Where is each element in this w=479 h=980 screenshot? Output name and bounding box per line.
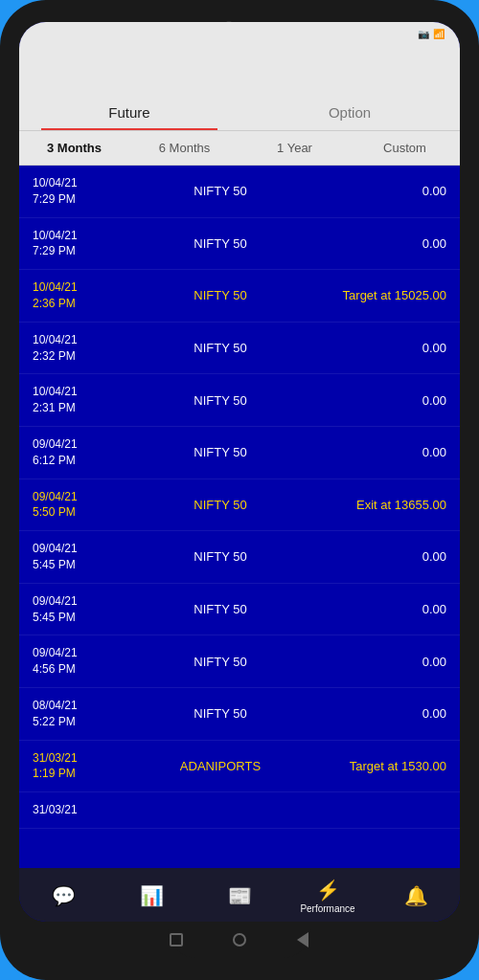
signal-icon: 📶 <box>433 29 445 39</box>
period-3months[interactable]: 3 Months <box>19 131 129 165</box>
cell-symbol: NIFTY 50 <box>119 498 322 512</box>
cell-date: 08/04/215:22 PM <box>33 698 119 730</box>
table-row: 10/04/212:36 PMNIFTY 50Target at 15025.0… <box>19 270 460 323</box>
table-row: 10/04/217:29 PMNIFTY 500.00 <box>19 166 460 218</box>
performance-icon: ⚡ <box>316 879 340 902</box>
cell-value: 0.00 <box>322 341 446 355</box>
table-row: 10/04/212:32 PMNIFTY 500.00 <box>19 323 460 375</box>
cell-value: 0.00 <box>322 602 446 616</box>
chat-icon: 💬 <box>52 884 76 907</box>
cell-date: 09/04/215:45 PM <box>33 593 119 626</box>
cell-date: 10/04/212:31 PM <box>33 384 119 416</box>
cell-symbol: NIFTY 50 <box>119 341 322 355</box>
cell-value: 0.00 <box>322 655 446 669</box>
cell-symbol: NIFTY 50 <box>119 655 322 669</box>
cell-symbol: NIFTY 50 <box>119 549 322 564</box>
app-header <box>19 45 460 95</box>
table-row: 10/04/217:29 PMNIFTY 500.00 <box>19 218 460 271</box>
table-row: 09/04/214:56 PMNIFTY 500.00 <box>19 635 460 688</box>
table-row: 31/03/211:19 PMADANIPORTSTarget at 1530.… <box>19 741 460 793</box>
table-row: 09/04/215:45 PMNIFTY 500.00 <box>19 531 460 584</box>
cell-date: 10/04/212:36 PM <box>33 279 119 312</box>
cell-symbol: NIFTY 50 <box>119 706 322 721</box>
nav-bell[interactable]: 🔔 <box>372 884 460 907</box>
news-icon: 📰 <box>228 884 252 907</box>
cell-date: 09/04/216:12 PM <box>33 436 119 469</box>
cell-date: 09/04/215:45 PM <box>33 541 119 573</box>
bell-icon: 🔔 <box>404 884 428 907</box>
cell-date: 31/03/21 <box>33 802 119 818</box>
cell-value: 0.00 <box>322 549 446 564</box>
cell-value: 0.00 <box>322 445 446 459</box>
cell-value: 0.00 <box>322 706 446 721</box>
nav-performance[interactable]: ⚡Performance <box>284 879 372 914</box>
phone-screen: 📷 📶 Future Option 3 Months 6 Months 1 Ye… <box>19 22 460 922</box>
back-button[interactable] <box>294 931 311 948</box>
cell-date: 09/04/215:50 PM <box>33 489 119 522</box>
cell-value: Exit at 13655.00 <box>322 498 446 512</box>
stats-icon: 📊 <box>140 884 164 907</box>
table-row: 09/04/215:45 PMNIFTY 500.00 <box>19 584 460 636</box>
trade-list: 10/04/217:29 PMNIFTY 500.0010/04/217:29 … <box>19 166 460 868</box>
period-filter: 3 Months 6 Months 1 Year Custom <box>19 131 460 166</box>
cell-date: 10/04/217:29 PM <box>33 228 119 260</box>
period-1year[interactable]: 1 Year <box>240 131 350 165</box>
screen-icon: 📷 <box>418 29 429 39</box>
cell-value: 0.00 <box>322 236 446 251</box>
nav-stats[interactable]: 📊 <box>107 884 195 907</box>
main-tabs: Future Option <box>19 95 460 131</box>
tab-option[interactable]: Option <box>240 95 460 130</box>
cell-date: 09/04/214:56 PM <box>33 645 119 678</box>
cell-symbol: NIFTY 50 <box>119 288 322 302</box>
status-time <box>31 28 36 39</box>
cell-symbol: NIFTY 50 <box>119 184 322 198</box>
cell-date: 31/03/211:19 PM <box>33 750 119 783</box>
nav-news[interactable]: 📰 <box>195 884 284 907</box>
bottom-navigation: 💬📊📰⚡Performance🔔 <box>19 868 460 922</box>
phone-outer: 📷 📶 Future Option 3 Months 6 Months 1 Ye… <box>0 0 479 980</box>
period-6months[interactable]: 6 Months <box>129 131 240 165</box>
cell-symbol: NIFTY 50 <box>119 393 322 408</box>
table-row: 09/04/215:50 PMNIFTY 50Exit at 13655.00 <box>19 479 460 532</box>
cell-value: Target at 15025.00 <box>322 288 446 302</box>
recent-apps-button[interactable] <box>168 931 185 948</box>
cell-symbol: NIFTY 50 <box>119 445 322 459</box>
table-row: 08/04/215:22 PMNIFTY 500.00 <box>19 688 460 741</box>
cell-value: 0.00 <box>322 184 446 198</box>
cell-value: 0.00 <box>322 393 446 408</box>
table-row: 09/04/216:12 PMNIFTY 500.00 <box>19 427 460 479</box>
nav-label-performance: Performance <box>300 903 354 914</box>
period-custom[interactable]: Custom <box>350 131 460 165</box>
status-icons: 📷 📶 <box>418 29 448 39</box>
cell-symbol: NIFTY 50 <box>119 602 322 616</box>
status-bar: 📷 📶 <box>19 22 460 45</box>
home-button[interactable] <box>231 931 248 948</box>
cell-date: 10/04/217:29 PM <box>33 175 119 208</box>
cell-value: Target at 1530.00 <box>322 759 446 773</box>
cell-symbol: ADANIPORTS <box>119 759 322 773</box>
android-nav-buttons <box>168 922 311 958</box>
cell-date: 10/04/212:32 PM <box>33 332 119 365</box>
table-row: 10/04/212:31 PMNIFTY 500.00 <box>19 374 460 427</box>
table-row: 31/03/21 <box>19 792 460 829</box>
tab-future[interactable]: Future <box>19 95 240 130</box>
cell-symbol: NIFTY 50 <box>119 236 322 251</box>
nav-chat[interactable]: 💬 <box>19 884 107 907</box>
